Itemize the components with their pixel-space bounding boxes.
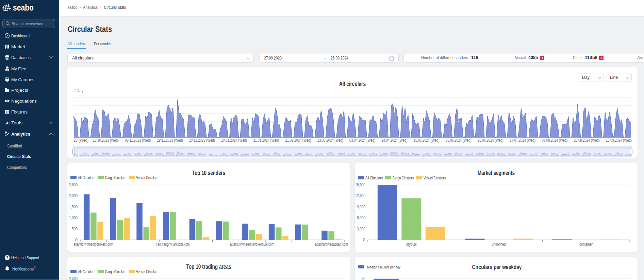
svg-text:31.01.2024 (Wed): 31.01.2024 (Wed) [253,138,279,143]
svg-text:12,000: 12,000 [355,193,365,198]
svg-text:Databases: Databases [11,55,31,60]
svg-text:Per sender: Per sender [94,41,111,46]
svg-text:Spotifind: Spotifind [7,143,22,148]
svg-text:9,000: 9,000 [357,205,365,209]
svg-text:26.06.2024 (Wed): 26.06.2024 (Wed) [478,138,503,143]
svg-text:Line: Line [610,75,618,80]
svg-text:3,000: 3,000 [357,227,365,231]
svg-text:Circular Stats: Circular Stats [68,24,112,34]
svg-text:0: 0 [75,238,78,242]
svg-text:›: › [100,5,102,10]
svg-text:atlantic@mbshipbrokers.com: atlantic@mbshipbrokers.com [73,242,113,247]
svg-text:container: container [579,242,593,247]
svg-text:undefined: undefined [492,242,506,247]
svg-text:/ Day: / Day [75,88,83,93]
svg-text:Ave: Ave [637,55,644,60]
svg-text:Competitors: Competitors [7,165,27,170]
svg-text:drybulk: drybulk [406,242,417,247]
svg-text:21.02.2024 (Wed): 21.02.2024 (Wed) [285,138,311,143]
svg-text:My Cargoes: My Cargoes [11,77,34,82]
svg-text:Projects: Projects [11,88,28,93]
svg-text:2,000: 2,000 [69,193,78,198]
svg-text:Cargo Circulars: Cargo Circulars [105,269,126,274]
svg-text:All Circulars: All Circulars [78,269,95,274]
svg-text:28.08.2024 (Wed): 28.08.2024 (Wed) [574,138,600,143]
svg-text:Vessel Circulars: Vessel Circulars [136,269,158,274]
svg-text:Analytics: Analytics [11,132,30,137]
svg-text:Cargo Circulars: Cargo Circulars [105,175,126,180]
svg-text:Notifications: Notifications [12,266,34,272]
svg-text:Vessel:: Vessel: [515,55,527,60]
svg-text:Top 10 senders: Top 10 senders [192,170,225,176]
svg-text:Circular stats: Circular stats [104,5,126,10]
svg-text:My Fleet: My Fleet [11,66,28,71]
svg-text:All circulars: All circulars [72,55,94,60]
svg-text:1,000: 1,000 [69,215,78,220]
svg-text:Circular Stats: Circular Stats [7,154,31,159]
svg-text:Fan.Yang@clarksons.com: Fan.Yang@clarksons.com [156,242,189,247]
svg-text:All senders: All senders [67,41,86,46]
svg-text:Analytics: Analytics [83,5,98,10]
svg-text:Fixtures: Fixtures [11,109,28,115]
svg-text:15.05.2024 (Wed): 15.05.2024 (Wed) [414,138,440,143]
svg-text:Circulars per weekday: Circulars per weekday [472,264,522,270]
svg-text:26.09.2024: 26.09.2024 [331,55,348,60]
svg-text:08.11.2023 (Wed): 08.11.2023 (Wed) [125,138,151,143]
svg-text:Top 10 trading areas: Top 10 trading areas [186,263,231,270]
svg-text:03.04.2024 (Wed): 03.04.2024 (Wed) [349,138,375,143]
svg-text:13.03.2024 (Wed): 13.03.2024 (Wed) [317,138,343,143]
svg-text:Market: Market [11,44,25,49]
svg-text:17.07.2024 (Wed): 17.07.2024 (Wed) [510,138,535,143]
svg-text:atlantic@maerskbrokerbulk.com: atlantic@maerskbrokerbulk.com [230,242,274,247]
svg-text:18.10.2023 (Wed): 18.10.2023 (Wed) [93,138,119,143]
svg-text:07.08.2024 (Wed): 07.08.2024 (Wed) [542,138,568,143]
svg-text:11358: 11358 [585,55,597,60]
svg-text:119: 119 [471,55,478,60]
svg-text:Vessel Circulars: Vessel Circulars [424,176,446,180]
svg-text:seabo: seabo [13,2,34,13]
svg-text:0: 0 [363,238,365,242]
svg-text:All Circulars: All Circulars [78,175,95,180]
svg-text:•: • [34,264,36,270]
svg-text:Dashboard: Dashboard [11,33,30,38]
svg-text:29.11.2023 (Wed): 29.11.2023 (Wed) [157,138,183,143]
svg-text:24.04.2024 (Wed): 24.04.2024 (Wed) [381,138,407,143]
svg-text:?: ? [6,256,8,260]
svg-text:Cargo Circulars: Cargo Circulars [393,176,414,180]
svg-text:4085: 4085 [528,55,538,60]
svg-text:27.09.2023: 27.09.2023 [264,55,282,60]
svg-text:18.09.2024 (Wed): 18.09.2024 (Wed) [606,138,632,143]
svg-text:10.01.2024 (Wed): 10.01.2024 (Wed) [221,138,247,143]
svg-text:6,000: 6,000 [357,215,365,220]
svg-text:2,500: 2,500 [69,276,78,280]
svg-text:Day: Day [582,75,590,80]
svg-text:15,000: 15,000 [355,182,365,187]
svg-text:Number of different senders:: Number of different senders: [421,55,469,60]
svg-text:Search everywhere...: Search everywhere... [12,21,48,26]
svg-text:Tools: Tools [11,120,22,125]
svg-text:05.06.2024 (Wed): 05.06.2024 (Wed) [446,138,472,143]
svg-text:Negotiations: Negotiations [11,99,37,104]
svg-text:20.12.2023 (Wed): 20.12.2023 (Wed) [189,138,215,143]
svg-text:70: 70 [361,276,365,280]
svg-text:All Circulars: All Circulars [365,176,383,180]
svg-text:›: › [80,5,81,10]
svg-text:Median circulars per day: Median circulars per day [367,265,400,269]
svg-text:Help and Support: Help and Support [11,255,39,260]
svg-text:23 (Wed): 23 (Wed) [73,138,88,143]
svg-text:1,500: 1,500 [69,205,78,209]
svg-text:Vessel Circulars: Vessel Circulars [136,175,158,180]
svg-text:500: 500 [72,227,78,231]
svg-text:adachart@adachart.com: adachart@adachart.com [315,242,348,247]
svg-text:seabo: seabo [68,5,77,10]
svg-text:All circulars: All circulars [339,81,366,87]
svg-text:→: → [323,55,327,60]
svg-text:Cargo:: Cargo: [573,55,583,60]
svg-text:2,500: 2,500 [69,182,78,187]
svg-text:Market segments: Market segments [478,170,515,176]
